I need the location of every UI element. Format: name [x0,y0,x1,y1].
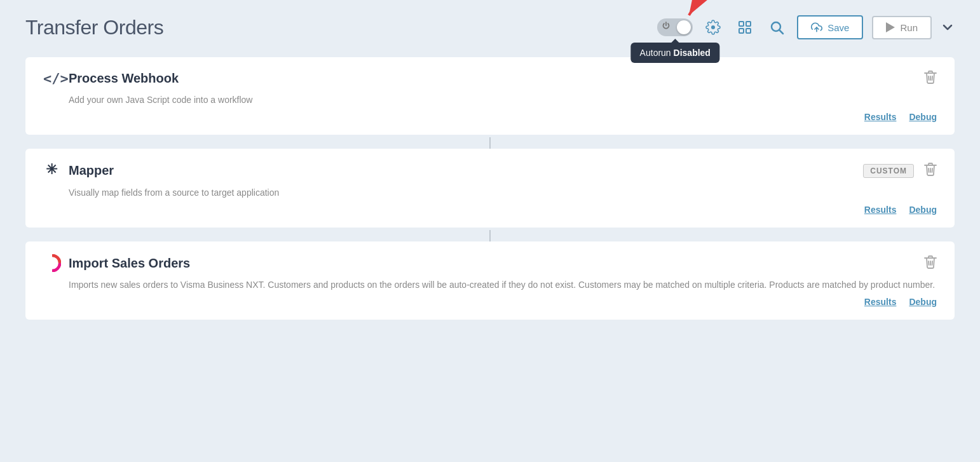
search-button[interactable] [765,16,788,39]
autorun-toggle[interactable] [657,18,693,36]
card-description: Add your own Java Script code into a wor… [69,93,937,107]
svg-line-11 [932,76,933,80]
gear-icon [705,20,721,35]
card-title: Import Sales Orders [69,256,190,271]
custom-badge: CUSTOM [863,164,914,178]
save-label: Save [827,22,849,33]
tooltip-state: Disabled [674,48,711,58]
svg-rect-2 [746,22,751,26]
card-header: Import Sales Orders [43,254,937,272]
delete-button[interactable] [924,70,937,87]
svg-line-6 [780,31,784,34]
card-description: Imports new sales orders to Visma Busine… [69,278,937,292]
card-title-group: </> Process Webhook [43,71,179,86]
run-label: Run [900,22,918,33]
search-icon [769,20,784,35]
svg-marker-8 [886,22,895,32]
svg-text:✳: ✳ [46,161,58,177]
card-links: Results Debug [43,297,937,307]
toggle-knob [677,20,691,34]
card-mapper: ✳ Mapper CUSTOM [25,149,955,228]
run-button[interactable]: Run [872,16,932,39]
svg-rect-3 [739,29,744,33]
card-actions [924,70,937,87]
card-title-group: ✳ Mapper [43,161,114,180]
card-title: Mapper [69,163,114,178]
run-icon [886,22,895,32]
svg-point-17 [49,260,55,266]
svg-line-10 [929,76,929,80]
grid-icon [737,20,752,35]
card-links: Results Debug [43,112,937,122]
card-import-sales-orders: Import Sales Orders Im [25,241,955,320]
settings-button[interactable] [702,16,725,39]
card-links: Results Debug [43,205,937,215]
card-connector-1 [489,137,491,149]
debug-link[interactable]: Debug [909,112,937,122]
results-link[interactable]: Results [864,112,897,122]
header-controls: Autorun Disabled [657,15,955,39]
results-link[interactable]: Results [864,205,897,215]
card-connector-2 [489,230,491,241]
autorun-tooltip: Autorun Disabled [631,43,719,63]
svg-line-19 [929,261,929,265]
chevron-down-icon [941,20,955,34]
card-actions [924,255,937,272]
card-description: Visually map fields from a source to tar… [69,186,937,200]
card-process-webhook: </> Process Webhook [25,57,955,135]
delete-button[interactable] [924,255,937,272]
debug-link[interactable]: Debug [909,205,937,215]
more-options-button[interactable] [941,20,955,34]
power-icon [662,22,670,33]
svg-rect-4 [746,29,751,33]
mapper-icon: ✳ [43,161,61,180]
results-link[interactable]: Results [864,297,897,307]
page-title: Transfer Orders [25,16,163,39]
debug-link[interactable]: Debug [909,297,937,307]
svg-line-15 [932,168,933,172]
card-header: ✳ Mapper CUSTOM [43,161,937,180]
svg-rect-1 [739,22,744,26]
card-actions: CUSTOM [863,162,937,179]
tooltip-text: Autorun [640,48,671,58]
import-icon [43,254,61,272]
code-icon: </> [43,71,61,86]
autorun-toggle-wrapper: Autorun Disabled [657,18,693,36]
delete-button[interactable] [924,162,937,179]
page-header: Transfer Orders [25,15,955,39]
cards-container: </> Process Webhook [25,57,955,322]
svg-line-20 [932,261,933,265]
card-title: Process Webhook [69,71,179,86]
svg-line-14 [929,168,929,172]
save-icon [811,22,822,33]
card-header: </> Process Webhook [43,70,937,87]
card-title-group: Import Sales Orders [43,254,190,272]
save-button[interactable]: Save [797,15,863,39]
grid-view-button[interactable] [733,16,756,39]
